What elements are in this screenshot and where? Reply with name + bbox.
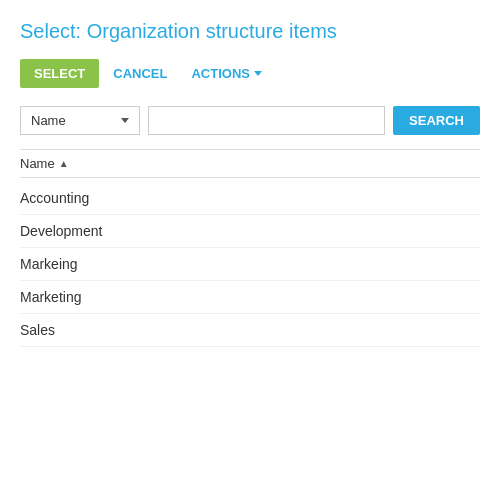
- column-name-label: Name: [20, 156, 55, 171]
- table-header: Name ▲: [20, 149, 480, 178]
- page-title: Select: Organization structure items: [20, 20, 480, 43]
- toolbar: SELECT CANCEL ACTIONS: [20, 59, 480, 88]
- list-item[interactable]: Accounting: [20, 182, 480, 215]
- search-input[interactable]: [148, 106, 385, 135]
- select-button[interactable]: SELECT: [20, 59, 99, 88]
- list-item[interactable]: Sales: [20, 314, 480, 347]
- search-button[interactable]: SEARCH: [393, 106, 480, 135]
- actions-label: ACTIONS: [191, 66, 250, 81]
- search-dropdown-icon: [121, 118, 129, 123]
- actions-button[interactable]: ACTIONS: [181, 59, 272, 88]
- sort-icon: ▲: [59, 158, 69, 169]
- list-item[interactable]: Markeing: [20, 248, 480, 281]
- list-item[interactable]: Development: [20, 215, 480, 248]
- cancel-button[interactable]: CANCEL: [103, 59, 177, 88]
- column-name-header[interactable]: Name ▲: [20, 156, 480, 171]
- list-item[interactable]: Marketing: [20, 281, 480, 314]
- search-bar: Name SEARCH: [20, 106, 480, 135]
- actions-dropdown-icon: [254, 71, 262, 76]
- search-field-dropdown[interactable]: Name: [20, 106, 140, 135]
- search-field-value: Name: [31, 113, 66, 128]
- items-list: AccountingDevelopmentMarkeingMarketingSa…: [20, 182, 480, 347]
